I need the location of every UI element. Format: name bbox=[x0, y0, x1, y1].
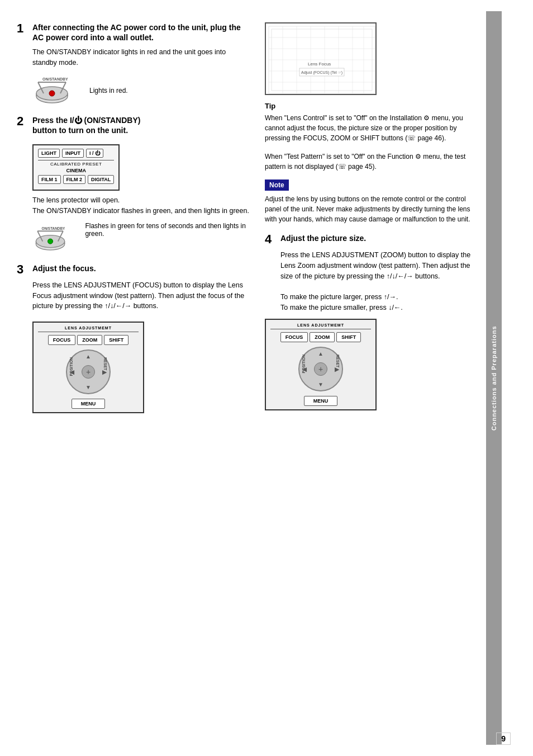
panel-bottom-row: FILM 1 FILM 2 DIGITAL bbox=[38, 175, 114, 184]
dpad-left-arrow: ◀ bbox=[70, 369, 74, 375]
dpad-down-arrow: ▼ bbox=[85, 384, 91, 390]
step3-lens-btn-row: FOCUS ZOOM SHIFT bbox=[38, 335, 139, 345]
step4-body3: To make the picture smaller, press ↓/←. bbox=[280, 304, 403, 311]
step4-body2: To make the picture larger, press ↑/→. bbox=[280, 293, 398, 301]
step1-body: The ON/STANDBY indicator lights in red a… bbox=[32, 47, 251, 68]
svg-text:ON/STANDBY: ON/STANDBY bbox=[41, 226, 65, 230]
step4-title: Adjust the picture size. bbox=[280, 233, 366, 245]
step3-shift-btn: SHIFT bbox=[104, 335, 129, 345]
step1-number: 1 bbox=[17, 22, 27, 42]
step4-dpad-up: ▲ bbox=[318, 351, 323, 357]
step4-focus-btn: FOCUS bbox=[280, 332, 308, 342]
input-btn: INPUT bbox=[62, 149, 84, 158]
step3-dpad-circle: POSITION RESET ▲ ▼ ◀ ▶ + bbox=[66, 349, 111, 394]
svg-point-13 bbox=[47, 239, 53, 244]
note-label: Note bbox=[265, 179, 289, 191]
dpad-right-arrow: ▶ bbox=[102, 369, 107, 375]
step3-menu-btn: MENU bbox=[72, 399, 105, 409]
step4-shift-btn: SHIFT bbox=[336, 332, 361, 342]
cinema-label: CINEMA bbox=[38, 168, 114, 173]
step3-dpad-container: POSITION RESET ▲ ▼ ◀ ▶ + bbox=[38, 349, 139, 394]
tip-para1: When "Lens Control" is set to "Off" on t… bbox=[265, 113, 472, 143]
film2-btn: FILM 2 bbox=[63, 175, 86, 184]
step3-zoom-btn: ZOOM bbox=[77, 335, 102, 345]
step2-button-panel: LIGHT INPUT I / ⏻ CALIBRATED PRESET CINE… bbox=[32, 144, 120, 191]
note-text: Adjust the lens by using buttons on the … bbox=[265, 194, 472, 224]
film1-btn: FILM 1 bbox=[38, 175, 61, 184]
step3-dpad: POSITION RESET ▲ ▼ ◀ ▶ + bbox=[66, 349, 111, 394]
step2-body2-text: The ON/STANDBY indicator flashes in gree… bbox=[32, 207, 249, 215]
step3-body: Press the LENS ADJUSTMENT (FOCUS) button… bbox=[32, 280, 251, 311]
step1-header: 1 After connecting the AC power cord to … bbox=[17, 22, 251, 42]
step4-dpad-container: POSITION RESET ▲ ▼ ◀ ▶ + bbox=[270, 347, 371, 391]
step4-lens-panel-title: LENS ADJUSTMEMT bbox=[270, 323, 371, 329]
tip-para2: When "Test Pattern" is set to "Off" on t… bbox=[265, 152, 472, 172]
sidebar-tab: Connections and Preparations bbox=[486, 11, 502, 745]
flash-indicator-label: Flashes in green for tens of seconds and… bbox=[85, 222, 251, 238]
step2-body1-text: The lens protector will open. bbox=[32, 196, 120, 204]
step4-dpad-center: + bbox=[314, 362, 327, 376]
step1-indicator-label: Lights in red. bbox=[89, 87, 128, 94]
step2-body1: The lens protector will open. The ON/STA… bbox=[32, 195, 251, 216]
svg-text:Lens Focus: Lens Focus bbox=[308, 62, 331, 67]
dpad-up-arrow: ▲ bbox=[85, 353, 91, 360]
step4-dpad-right: ▶ bbox=[335, 366, 339, 372]
panel-top-row: LIGHT INPUT I / ⏻ bbox=[38, 149, 114, 158]
step4-body1: Press the LENS ADJUSTMENT (ZOOM) button … bbox=[280, 251, 470, 280]
calibrated-label: CALIBRATED PRESET bbox=[38, 160, 114, 167]
svg-text:ON/STANDBY: ON/STANDBY bbox=[42, 77, 68, 81]
step2-title: Press the I/⏻ (ON/STANDBY)button to turn… bbox=[32, 116, 140, 135]
tip-title: Tip bbox=[265, 102, 472, 110]
light-btn: LIGHT bbox=[38, 149, 60, 158]
step4-dpad-circle: POSITION RESET ▲ ▼ ◀ ▶ + bbox=[298, 347, 343, 391]
step4-zoom-btn: ZOOM bbox=[310, 332, 335, 342]
digital-btn: DIGITAL bbox=[88, 175, 114, 184]
flash-indicator-svg: ON/STANDBY bbox=[32, 222, 78, 256]
step4-body: Press the LENS ADJUSTMENT (ZOOM) button … bbox=[280, 250, 472, 313]
step4-lens-panel: LENS ADJUSTMEMT FOCUS ZOOM SHIFT POSITIO… bbox=[265, 319, 377, 410]
svg-text:Adjust (FOCUS) (Tel ☞): Adjust (FOCUS) (Tel ☞) bbox=[301, 70, 342, 75]
step3-header: 3 Adjust the focus. bbox=[17, 263, 251, 276]
step2-header: 2 Press the I/⏻ (ON/STANDBY)button to tu… bbox=[17, 115, 251, 135]
step2-number: 2 bbox=[17, 115, 27, 135]
step4-dpad: POSITION RESET ▲ ▼ ◀ ▶ + bbox=[298, 347, 343, 391]
tip-box: Tip When "Lens Control" is set to "Off" … bbox=[265, 102, 472, 172]
note-section: Note Adjust the lens by using buttons on… bbox=[265, 179, 472, 224]
standby-indicator-svg: ON/STANDBY bbox=[32, 74, 83, 107]
step1-indicator-illus: ON/STANDBY Lights in red. bbox=[32, 74, 251, 107]
step4-dpad-left: ◀ bbox=[302, 366, 307, 372]
step4-number: 4 bbox=[265, 233, 275, 245]
step4-lens-btn-row: FOCUS ZOOM SHIFT bbox=[270, 332, 371, 342]
step4-header: 4 Adjust the picture size. bbox=[265, 233, 472, 245]
step3-dpad-center: + bbox=[82, 365, 95, 379]
step4-menu-btn: MENU bbox=[304, 396, 337, 406]
step4-dpad-down: ▼ bbox=[318, 381, 323, 388]
page-number: 9 bbox=[496, 733, 511, 745]
step3-lens-panel-title: LENS ADJUSTMEMT bbox=[38, 326, 139, 332]
step3-lens-panel: LENS ADJUSTMEMT FOCUS ZOOM SHIFT POSITIO… bbox=[32, 322, 144, 413]
step3-number: 3 bbox=[17, 263, 27, 276]
test-pattern-box: Lens Focus Adjust (FOCUS) (Tel ☞) bbox=[265, 22, 377, 95]
power-btn: I / ⏻ bbox=[86, 149, 103, 158]
svg-point-4 bbox=[49, 91, 55, 96]
step1-title: After connecting the AC power cord to th… bbox=[32, 22, 251, 42]
test-pattern-svg: Lens Focus Adjust (FOCUS) (Tel ☞) bbox=[266, 23, 375, 94]
step2-flash-illus: ON/STANDBY Flashes in green for tens of … bbox=[32, 222, 251, 256]
step3-title: Adjust the focus. bbox=[32, 263, 96, 276]
step3-focus-btn: FOCUS bbox=[48, 335, 76, 345]
